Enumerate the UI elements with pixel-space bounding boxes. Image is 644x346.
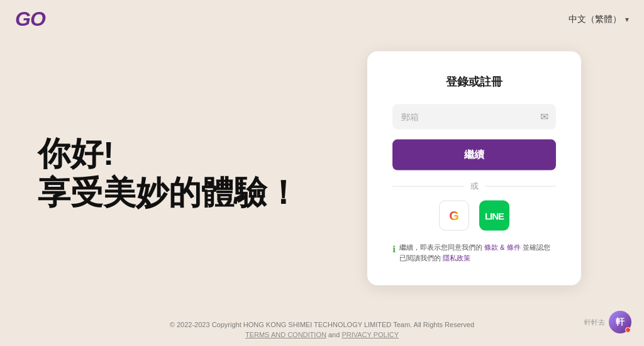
login-card: 登錄或註冊 ✉ 繼續 或 G LINE ℹ 繼續，即表示您同意我們的 條款 & … — [367, 52, 581, 286]
terms-footer-link[interactable]: TERMS AND CONDITION — [245, 331, 326, 338]
chevron-down-icon: ▾ — [625, 15, 629, 24]
info-icon: ℹ — [392, 243, 396, 256]
google-icon: G — [449, 208, 459, 223]
avatar: 軒 — [609, 311, 631, 333]
email-icon: ✉ — [540, 111, 548, 123]
hero-line2: 享受美妙的體驗！ — [38, 173, 299, 212]
footer-and: and — [328, 331, 341, 338]
logo[interactable]: GO — [15, 8, 45, 31]
language-label: 中文（繁體） — [569, 14, 621, 25]
google-login-button[interactable]: G — [439, 201, 469, 231]
or-divider: 或 — [392, 181, 556, 192]
privacy-policy-link[interactable]: 隱私政策 — [443, 254, 470, 261]
email-field-wrapper: ✉ — [392, 104, 556, 130]
email-input[interactable] — [392, 104, 556, 130]
hero-section: 你好! 享受美妙的體驗！ — [38, 134, 299, 213]
copyright-text: © 2022-2023 Copyright HONG KONG SHIMEI T… — [15, 321, 629, 328]
divider-line-right — [485, 186, 557, 186]
or-text: 或 — [470, 181, 479, 192]
terms-text: 繼續，即表示您同意我們的 條款 & 條件 並確認您已閱讀我們的 隱私政策 — [399, 242, 556, 263]
terms-conditions-link[interactable]: 條款 & 條件 — [484, 243, 520, 251]
avatar-username: 軒軒去 — [584, 318, 605, 327]
avatar-initials: 軒 — [616, 316, 625, 328]
avatar-status-dot — [625, 327, 631, 333]
card-title: 登錄或註冊 — [392, 74, 556, 89]
avatar-corner: 軒軒去 軒 — [584, 311, 631, 333]
continue-button[interactable]: 繼續 — [392, 140, 556, 170]
line-icon: LINE — [485, 210, 504, 221]
line-login-button[interactable]: LINE — [479, 201, 509, 231]
footer: © 2022-2023 Copyright HONG KONG SHIMEI T… — [0, 313, 644, 346]
privacy-footer-link[interactable]: PRIVACY POLICY — [341, 331, 399, 338]
language-selector[interactable]: 中文（繁體） ▾ — [569, 14, 629, 25]
terms-notice: ℹ 繼續，即表示您同意我們的 條款 & 條件 並確認您已閱讀我們的 隱私政策 — [392, 242, 556, 263]
header: GO 中文（繁體） ▾ — [0, 0, 644, 38]
logo-text: GO — [15, 8, 45, 31]
hero-line1: 你好! — [38, 134, 299, 173]
footer-links: TERMS AND CONDITION and PRIVACY POLICY — [15, 331, 629, 338]
divider-line-left — [392, 186, 464, 186]
social-buttons: G LINE — [392, 201, 556, 231]
